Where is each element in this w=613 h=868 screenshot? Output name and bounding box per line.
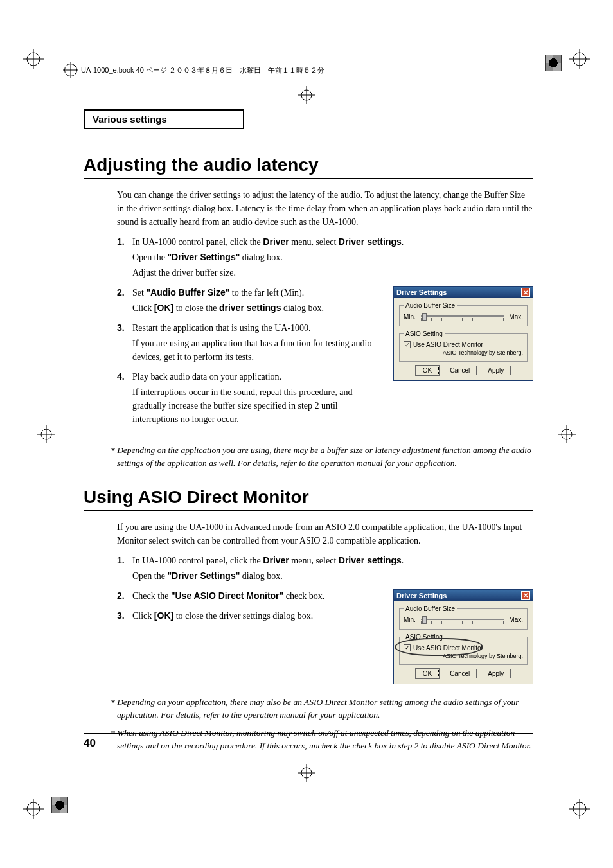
section1-intro: You can change the driver settings to ad…: [117, 188, 533, 229]
section2-intro: If you are using the UA-1000 in Advanced…: [117, 520, 533, 547]
asio-setting-group: ASIO Setting ✓ Use ASIO Direct Monitor A…: [399, 633, 528, 665]
target-icon: [64, 64, 77, 76]
max-label: Max.: [509, 616, 523, 623]
prepress-header: UA-1000_e.book 40 ページ ２００３年８月６日 水曜日 午前１１…: [64, 64, 324, 76]
crop-mark-icon: [296, 763, 317, 783]
step-4: Play back audio data on your application…: [117, 370, 382, 426]
step2-3: Click [OK] to close the driver settings …: [117, 609, 382, 623]
apply-button[interactable]: Apply: [481, 366, 511, 375]
close-icon[interactable]: ✕: [521, 591, 530, 600]
crop-mark-icon: [296, 85, 317, 105]
driver-settings-dialog-2: Driver Settings ✕ Audio Buffer Size Min.: [393, 589, 533, 684]
min-label: Min.: [404, 616, 416, 623]
asio-checkbox-label: Use ASIO Direct Monitor: [413, 644, 483, 651]
dialog-titlebar[interactable]: Driver Settings ✕: [394, 287, 533, 298]
registration-mark-icon: [545, 55, 562, 71]
cancel-button[interactable]: Cancel: [443, 366, 477, 375]
buffer-size-group: Audio Buffer Size Min. Max.: [399, 302, 528, 326]
crop-mark-icon: [569, 49, 590, 69]
min-label: Min.: [404, 314, 416, 321]
asio-legend: ASIO Setting: [404, 633, 445, 641]
apply-button[interactable]: Apply: [481, 669, 511, 678]
ok-button[interactable]: OK: [416, 366, 439, 375]
step-2: Set "Audio Buffer Size" to the far left …: [117, 286, 382, 315]
section2-title: Using ASIO Direct Monitor: [84, 487, 533, 511]
asio-credit: ASIO Technology by Steinberg.: [404, 653, 523, 659]
max-label: Max.: [509, 314, 523, 321]
buffer-legend: Audio Buffer Size: [404, 605, 457, 612]
buffer-legend: Audio Buffer Size: [404, 302, 457, 309]
header-text: UA-1000_e.book 40 ページ ２００３年８月６日 水曜日 午前１１…: [81, 66, 324, 75]
crop-mark-icon: [23, 799, 44, 819]
step-1: In UA-1000 control panel, click the Driv…: [117, 235, 533, 279]
dialog-title: Driver Settings: [396, 592, 447, 599]
driver-settings-dialog: Driver Settings ✕ Audio Buffer Size Min.: [393, 286, 533, 381]
asio-setting-group: ASIO Setting ✓ Use ASIO Direct Monitor A…: [399, 330, 528, 362]
section2-footnote1: * Depending on your application, there m…: [111, 696, 533, 722]
asio-checkbox[interactable]: ✓: [404, 341, 411, 348]
asio-credit: ASIO Technology by Steinberg.: [404, 350, 523, 356]
cancel-button[interactable]: Cancel: [443, 669, 477, 678]
asio-checkbox[interactable]: ✓: [404, 644, 411, 651]
buffer-size-slider[interactable]: [421, 313, 504, 321]
step2-1: In UA-1000 control panel, click the Driv…: [117, 554, 533, 583]
crop-mark-icon: [556, 424, 577, 445]
dialog-titlebar[interactable]: Driver Settings ✕: [394, 590, 533, 601]
buffer-size-slider[interactable]: [421, 616, 504, 624]
crop-mark-icon: [569, 799, 590, 819]
footer-rule: [84, 733, 533, 734]
ok-button[interactable]: OK: [416, 669, 439, 678]
crop-mark-icon: [23, 49, 44, 69]
section-tab: Various settings: [84, 109, 244, 129]
buffer-size-group: Audio Buffer Size Min. Max.: [399, 605, 528, 630]
asio-legend: ASIO Setting: [404, 330, 445, 337]
crop-mark-icon: [36, 424, 57, 445]
registration-mark-icon: [51, 797, 68, 813]
step2-2: Check the "Use ASIO Direct Monitor" chec…: [117, 589, 382, 603]
section1-footnote: * Depending on the application you are u…: [111, 444, 533, 470]
asio-checkbox-label: Use ASIO Direct Monitor: [413, 341, 483, 348]
dialog-title: Driver Settings: [396, 288, 447, 296]
section2-footnote2: * When using ASIO Direct Monitor, monito…: [111, 727, 533, 753]
page-number: 40: [84, 737, 96, 750]
section1-title: Adjusting the audio latency: [84, 155, 533, 179]
step-3: Restart the application that is using th…: [117, 321, 382, 364]
close-icon[interactable]: ✕: [521, 288, 530, 297]
